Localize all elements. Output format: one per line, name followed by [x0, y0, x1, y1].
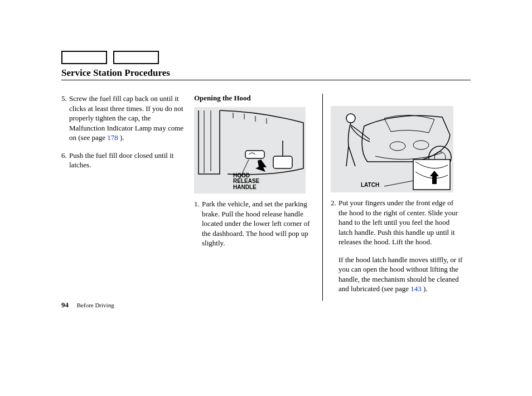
header-placeholder-boxes [61, 51, 163, 64]
list-number: 5. [61, 94, 69, 143]
list-body: Put your fingers under the front edge of… [338, 198, 463, 247]
hood-latch-illustration [331, 106, 453, 192]
list-item: 2. Put your fingers under the front edge… [331, 198, 463, 247]
sub-heading: Opening the Hood [194, 94, 318, 103]
page-footer: 94 Before Driving [61, 301, 114, 310]
placeholder-box [61, 51, 107, 64]
list-body: Screw the fuel fill cap back on until it… [69, 94, 185, 143]
list-number: 6. [61, 151, 69, 170]
svg-rect-2 [245, 151, 264, 158]
list-text-after: ). [120, 133, 124, 142]
list-item: 1. Park the vehicle, and set the parking… [194, 199, 318, 248]
column-1: 5. Screw the fuel fill cap back on until… [61, 94, 190, 301]
page-title: Service Station Procedures [61, 67, 471, 79]
svg-point-5 [413, 141, 429, 149]
paragraph: If the hood latch handle moves stiffly, … [331, 255, 463, 294]
list-item: 6. Push the fuel fill door closed until … [61, 151, 185, 170]
column-2: Opening the Hood [190, 94, 323, 301]
figure-label-hood-release: HOOD RELEASE HANDLE [233, 173, 259, 191]
figure-hood-release: HOOD RELEASE HANDLE [194, 107, 306, 194]
title-rule [61, 80, 471, 80]
list-number: 2. [331, 198, 338, 247]
paragraph-text: If the hood latch handle moves stiffly, … [338, 255, 462, 293]
svg-point-4 [390, 142, 405, 151]
column-3: LATCH 2. Put your fingers under the fron… [323, 94, 463, 301]
svg-rect-0 [273, 156, 292, 168]
svg-point-8 [346, 114, 355, 123]
list-item: 5. Screw the fuel fill cap back on until… [61, 94, 185, 143]
page: Service Station Procedures 5. Screw the … [0, 0, 532, 396]
placeholder-box [113, 51, 159, 64]
svg-line-10 [384, 181, 413, 186]
content-columns: 5. Screw the fuel fill cap back on until… [61, 94, 471, 301]
list-body: Park the vehicle, and set the parking br… [202, 199, 318, 248]
list-body: Push the fuel fill door closed until it … [69, 151, 185, 170]
page-number: 94 [61, 301, 69, 309]
figure-label-latch: LATCH [361, 182, 379, 189]
page-ref-link[interactable]: 143 [410, 284, 422, 293]
list-number: 1. [194, 199, 202, 248]
spacer [331, 94, 463, 106]
section-name: Before Driving [77, 302, 114, 308]
list-text: Push the fuel fill door closed until it … [69, 151, 173, 170]
list-text: Screw the fuel fill cap back on until it… [69, 94, 183, 142]
figure-hood-latch: LATCH [331, 106, 453, 192]
paragraph-text-after: ). [423, 284, 428, 293]
page-ref-link[interactable]: 178 [107, 133, 118, 142]
